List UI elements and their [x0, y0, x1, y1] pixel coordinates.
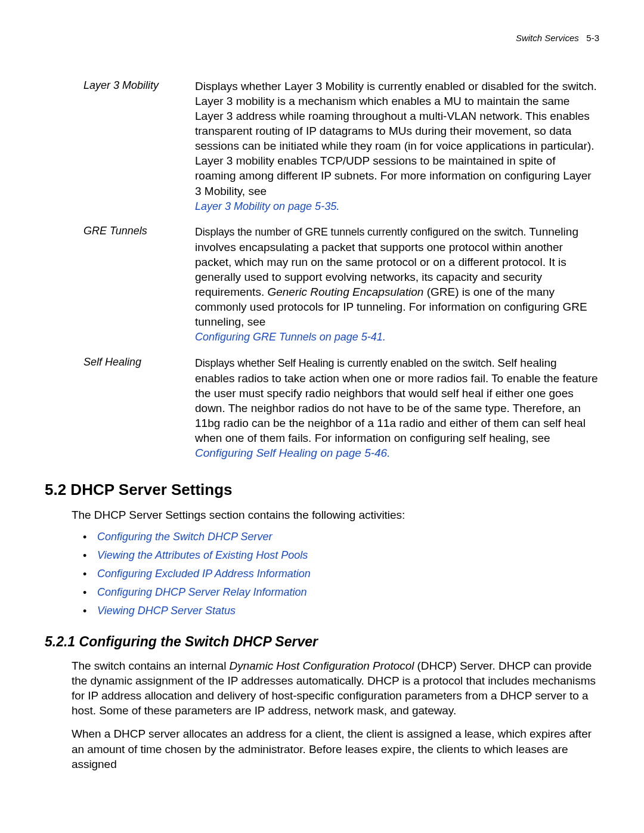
link-self-healing[interactable]: Configuring Self Healing on page 5-46	[195, 447, 387, 459]
para1-pre: The switch contains an internal	[72, 659, 230, 672]
page: Switch Services 5-3 Layer 3 Mobility Dis…	[0, 0, 644, 833]
definition-term: GRE Tunnels	[83, 224, 195, 345]
definition-term: Layer 3 Mobility	[83, 79, 195, 213]
link-gre-tunnels[interactable]: Configuring GRE Tunnels on page 5-41	[195, 331, 383, 343]
definition-text: Displays whether Layer 3 Mobility is cur…	[195, 80, 597, 197]
link-configuring-excluded-ip[interactable]: Configuring Excluded IP Address Informat…	[97, 568, 311, 580]
list-item: Configuring Excluded IP Address Informat…	[83, 568, 599, 580]
definition-body: Displays whether Layer 3 Mobility is cur…	[195, 79, 599, 213]
page-ref: 5-3	[586, 33, 599, 43]
link-configuring-switch-dhcp-server[interactable]: Configuring the Switch DHCP Server	[97, 531, 272, 543]
definition-list: Layer 3 Mobility Displays whether Layer …	[83, 79, 599, 460]
definition-lead: Displays the number of GRE tunnels curre…	[195, 226, 529, 238]
definition-body: Displays whether Self Healing is current…	[195, 355, 599, 460]
subsection-heading-configuring-switch-dhcp: 5.2.1 Configuring the Switch DHCP Server	[45, 634, 599, 650]
subsection-para-1: The switch contains an internal Dynamic …	[72, 658, 599, 718]
definition-term: Self Healing	[83, 355, 195, 460]
definition-row: Self Healing Displays whether Self Heali…	[83, 355, 599, 460]
list-item: Viewing DHCP Server Status	[83, 605, 599, 617]
para1-italic: Dynamic Host Configuration Protocol	[230, 659, 414, 672]
definition-body: Displays the number of GRE tunnels curre…	[195, 224, 599, 345]
definition-text: Self healing enables radios to take acti…	[195, 357, 598, 444]
list-item: Configuring DHCP Server Relay Informatio…	[83, 586, 599, 599]
doc-title: Switch Services	[516, 33, 579, 43]
subsection-para-2: When a DHCP server allocates an address …	[72, 726, 599, 771]
list-item: Viewing the Attributes of Existing Host …	[83, 549, 599, 562]
link-viewing-dhcp-status[interactable]: Viewing DHCP Server Status	[97, 605, 236, 617]
section-heading-dhcp-server-settings: 5.2 DHCP Server Settings	[45, 481, 599, 499]
section-intro: The DHCP Server Settings section contain…	[72, 507, 599, 522]
link-layer3-mobility[interactable]: Layer 3 Mobility on page 5-35	[195, 200, 336, 212]
link-viewing-host-pools[interactable]: Viewing the Attributes of Existing Host …	[97, 549, 308, 561]
definition-italic: Generic Routing Encapsulation	[267, 286, 423, 298]
running-header: Switch Services 5-3	[45, 33, 599, 43]
link-configuring-dhcp-relay[interactable]: Configuring DHCP Server Relay Informatio…	[97, 586, 306, 598]
definition-row: Layer 3 Mobility Displays whether Layer …	[83, 79, 599, 213]
definition-row: GRE Tunnels Displays the number of GRE t…	[83, 224, 599, 345]
list-item: Configuring the Switch DHCP Server	[83, 531, 599, 543]
definition-lead: Displays whether Self Healing is current…	[195, 357, 497, 369]
section-link-list: Configuring the Switch DHCP Server Viewi…	[83, 531, 599, 617]
